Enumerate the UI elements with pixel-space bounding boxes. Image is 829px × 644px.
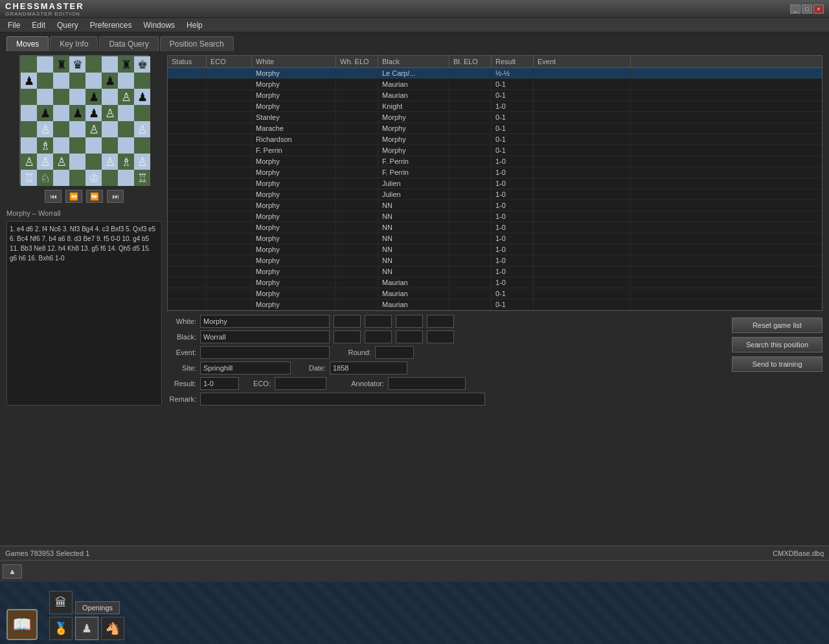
game-row[interactable]: F. Perrin Morphy 0-1 bbox=[168, 145, 822, 156]
sq-f6[interactable] bbox=[102, 89, 118, 105]
game-row[interactable]: Morphy Maurian 0-1 bbox=[168, 288, 822, 299]
sq-h5[interactable] bbox=[134, 105, 150, 121]
sq-a2[interactable]: ♙ bbox=[21, 154, 37, 170]
sq-c4[interactable] bbox=[53, 121, 69, 137]
black-extra3[interactable] bbox=[396, 330, 423, 343]
sq-a7[interactable]: ♟ bbox=[21, 73, 37, 89]
sq-g2[interactable]: ♗ bbox=[118, 154, 134, 170]
menu-help[interactable]: Help bbox=[181, 19, 208, 31]
game-row[interactable]: Morphy NN 1-0 bbox=[168, 244, 822, 255]
menu-query[interactable]: Query bbox=[52, 19, 84, 31]
event-input[interactable] bbox=[200, 346, 330, 359]
sq-b6[interactable] bbox=[37, 89, 53, 105]
game-row[interactable]: Morphy NN 1-0 bbox=[168, 233, 822, 244]
sq-h8[interactable]: ♚ bbox=[134, 56, 150, 73]
annotator-input[interactable] bbox=[388, 377, 466, 390]
sq-d7[interactable] bbox=[69, 73, 85, 89]
sq-g4[interactable] bbox=[118, 121, 134, 137]
white-extra4[interactable] bbox=[427, 315, 454, 328]
game-row[interactable]: Morphy Maurian 0-1 bbox=[168, 299, 822, 310]
first-move-button[interactable]: ⏮ bbox=[45, 190, 62, 203]
chess-board[interactable]: ♜ ♛ ♜ ♚ ♟ ♟ ♟ bbox=[21, 56, 150, 186]
game-row[interactable]: Marache Morphy 0-1 bbox=[168, 123, 822, 134]
game-row[interactable]: Morphy F. Perrin 1-0 bbox=[168, 156, 822, 167]
sq-g3[interactable] bbox=[118, 137, 134, 154]
sq-e5[interactable]: ♟ bbox=[85, 105, 102, 121]
sq-e3[interactable] bbox=[85, 137, 102, 154]
game-row[interactable]: Morphy Le Carp/... ½-½ bbox=[168, 68, 822, 79]
game-list-body[interactable]: Morphy Le Carp/... ½-½ Morphy Maurian 0-… bbox=[168, 68, 822, 310]
black-input[interactable] bbox=[200, 330, 330, 343]
sq-a4[interactable] bbox=[21, 121, 37, 137]
sq-d2[interactable] bbox=[69, 154, 85, 170]
sq-f8[interactable] bbox=[102, 56, 118, 73]
sq-a1[interactable]: ♖ bbox=[21, 170, 37, 186]
reset-game-list-button[interactable]: Reset game list bbox=[732, 317, 823, 333]
result-input[interactable] bbox=[200, 377, 239, 390]
game-row[interactable]: Morphy Maurian 0-1 bbox=[168, 90, 822, 101]
sq-g5[interactable] bbox=[118, 105, 134, 121]
sq-b5[interactable]: ♟ bbox=[37, 105, 53, 121]
game-row[interactable]: Morphy Julien 1-0 bbox=[168, 189, 822, 200]
taskbar-icon-knight[interactable]: 🐴 bbox=[101, 617, 124, 640]
game-row[interactable]: Morphy Maurian 0-1 bbox=[168, 79, 822, 90]
sq-e6[interactable]: ♟ bbox=[85, 89, 102, 105]
sq-d1[interactable] bbox=[69, 170, 85, 186]
game-row[interactable]: Morphy NN 1-0 bbox=[168, 255, 822, 266]
minimize-button[interactable]: _ bbox=[790, 5, 801, 14]
tab-position-search[interactable]: Position Search bbox=[160, 36, 234, 51]
sq-b1[interactable]: ♘ bbox=[37, 170, 53, 186]
taskbar-icon-medals[interactable]: 🏅 bbox=[49, 617, 73, 640]
taskbar-icon-openings[interactable]: 🏛 bbox=[49, 591, 73, 614]
white-extra1[interactable] bbox=[334, 315, 361, 328]
sq-g6[interactable]: ♙ bbox=[118, 89, 134, 105]
next-move-button[interactable]: ⏩ bbox=[86, 190, 103, 203]
sq-c1[interactable] bbox=[53, 170, 69, 186]
sq-h7[interactable] bbox=[134, 73, 150, 89]
game-row[interactable]: Morphy NN 1-0 bbox=[168, 211, 822, 222]
date-input[interactable] bbox=[330, 362, 407, 374]
black-extra2[interactable] bbox=[365, 330, 392, 343]
sq-h3[interactable] bbox=[134, 137, 150, 154]
sq-e7[interactable] bbox=[85, 73, 102, 89]
send-training-button[interactable]: Send to training bbox=[732, 356, 823, 372]
game-row[interactable]: Morphy Julien 1-0 bbox=[168, 178, 822, 189]
sq-d8[interactable]: ♛ bbox=[69, 56, 85, 73]
sq-f1[interactable] bbox=[102, 170, 118, 186]
taskbar-collapse-button[interactable]: ▲ bbox=[3, 564, 22, 579]
search-position-button[interactable]: Search this position bbox=[732, 337, 823, 352]
window-controls[interactable]: _ □ × bbox=[790, 5, 824, 14]
sq-h1[interactable]: ♖ bbox=[134, 170, 150, 186]
openings-label[interactable]: Openings bbox=[75, 601, 120, 614]
prev-move-button[interactable]: ⏪ bbox=[65, 190, 82, 203]
last-move-button[interactable]: ⏭ bbox=[107, 190, 124, 203]
sq-b4[interactable]: ♙ bbox=[37, 121, 53, 137]
sq-a5[interactable] bbox=[21, 105, 37, 121]
sq-f5[interactable]: ♙ bbox=[102, 105, 118, 121]
sq-d5[interactable]: ♟ bbox=[69, 105, 85, 121]
menu-file[interactable]: File bbox=[3, 19, 25, 31]
sq-d6[interactable] bbox=[69, 89, 85, 105]
sq-d3[interactable] bbox=[69, 137, 85, 154]
sq-f3[interactable] bbox=[102, 137, 118, 154]
sq-a3[interactable] bbox=[21, 137, 37, 154]
black-extra4[interactable] bbox=[427, 330, 454, 343]
white-extra3[interactable] bbox=[396, 315, 423, 328]
game-row[interactable]: Morphy NN 1-0 bbox=[168, 266, 822, 277]
sq-b3[interactable]: ♗ bbox=[37, 137, 53, 154]
white-input[interactable] bbox=[200, 315, 330, 328]
sq-c7[interactable] bbox=[53, 73, 69, 89]
sq-g8[interactable]: ♜ bbox=[118, 56, 134, 73]
menu-edit[interactable]: Edit bbox=[27, 19, 51, 31]
sq-c8[interactable]: ♜ bbox=[53, 56, 69, 73]
moves-text[interactable]: 1. e4 d6 2. f4 Nc6 3. Nf3 Bg4 4. c3 Bxf3… bbox=[6, 221, 162, 406]
tab-data-query[interactable]: Data Query bbox=[99, 36, 158, 51]
sq-c6[interactable] bbox=[53, 89, 69, 105]
sq-e8[interactable] bbox=[85, 56, 102, 73]
sq-e2[interactable] bbox=[85, 154, 102, 170]
white-extra2[interactable] bbox=[365, 315, 392, 328]
sq-c3[interactable] bbox=[53, 137, 69, 154]
sq-g7[interactable] bbox=[118, 73, 134, 89]
menu-windows[interactable]: Windows bbox=[138, 19, 180, 31]
sq-d4[interactable] bbox=[69, 121, 85, 137]
